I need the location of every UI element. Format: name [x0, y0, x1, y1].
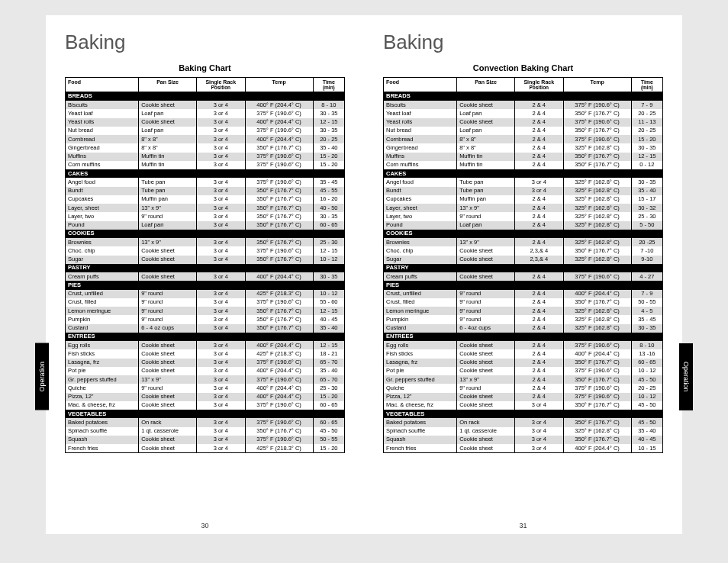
- cell-time: 4 - 5: [631, 307, 662, 315]
- cell-rack: 2 & 4: [515, 221, 564, 230]
- cell-time: 30 - 35: [313, 212, 344, 220]
- cell-food: Layer, two: [66, 212, 139, 220]
- table-row: Brownies13" x 9"2 & 4325° F (162.8° C)20…: [384, 238, 663, 246]
- category-label: ENTREES: [66, 333, 345, 341]
- cell-food: French fries: [384, 444, 457, 453]
- cell-temp: 350° F (176.7° C): [245, 195, 313, 204]
- cell-food: Baked potatoes: [384, 418, 457, 426]
- cell-rack: 3 or 4: [197, 204, 246, 212]
- cell-food: Gingerbread: [384, 143, 457, 152]
- cell-pan: 9" round: [457, 298, 515, 307]
- cell-food: Pizza, 12": [384, 393, 457, 401]
- cell-food: Gingerbread: [66, 143, 139, 152]
- col-temp: Temp: [563, 78, 631, 92]
- cell-pan: Cookie sheet: [457, 118, 515, 127]
- cell-food: Muffins: [384, 153, 457, 161]
- cell-time: 25 - 30: [313, 238, 344, 246]
- table-row: PoundLoaf pan3 or 4350° F (176.7° C)60 -…: [66, 221, 345, 230]
- cell-time: 7 -10: [631, 246, 662, 255]
- cell-pan: Cookie sheet: [139, 401, 197, 410]
- table-row: Fish sticksCookie sheet2 & 4400° F (204.…: [384, 349, 663, 358]
- cell-time: 65 - 70: [313, 375, 344, 384]
- cell-time: 15 - 20: [313, 153, 344, 161]
- cell-time: 60 - 65: [631, 359, 662, 367]
- cell-pan: Loaf pan: [139, 127, 197, 135]
- cell-pan: Cookie sheet: [457, 393, 515, 401]
- cell-time: 10 - 12: [313, 256, 344, 264]
- cell-pan: Muffin tin: [457, 153, 515, 161]
- cell-food: Quiche: [384, 384, 457, 392]
- cell-temp: 350° F (176.7° C): [245, 238, 313, 246]
- cell-food: Spinach soufflé: [66, 427, 139, 436]
- cell-temp: 325° F (162.8° C): [563, 187, 631, 195]
- cell-food: Angel food: [66, 178, 139, 186]
- cell-food: Crust, unfilled: [66, 290, 139, 298]
- cell-pan: 9" round: [139, 384, 197, 392]
- table-row: PoundLoaf pan2 & 4325° F (162.8° C)5 - 5…: [384, 221, 663, 230]
- cell-food: Mac. & cheese, frz: [66, 401, 139, 410]
- cell-time: 10 - 12: [631, 393, 662, 401]
- convection-chart-table: Food Pan Size Single RackPosition Temp T…: [383, 77, 663, 453]
- table-row: French friesCookie sheet3 or 4425° F (21…: [66, 444, 345, 453]
- category-row: CAKES: [384, 169, 663, 178]
- cell-food: Layer, two: [384, 212, 457, 220]
- cell-time: 9-10: [631, 256, 662, 264]
- cell-temp: 400° F (204.4° C): [245, 101, 313, 109]
- cell-time: 20 - 25: [631, 127, 662, 135]
- cell-time: 10 - 15: [631, 444, 662, 453]
- cell-time: 7 - 9: [631, 290, 662, 298]
- cell-pan: Muffin tin: [457, 161, 515, 169]
- category-row: BREADS: [66, 92, 345, 101]
- cell-food: Crust, filled: [384, 298, 457, 307]
- table-row: Custard6 - 4oz cups2 & 4325° F (162.8° C…: [384, 324, 663, 333]
- cell-rack: 2 & 4: [515, 238, 564, 246]
- cell-temp: 350° F (176.7° C): [245, 427, 313, 436]
- cell-time: 15 - 20: [631, 135, 662, 143]
- cell-pan: 9" round: [139, 307, 197, 315]
- cell-food: Cornbread: [384, 135, 457, 143]
- cell-pan: 9" round: [139, 315, 197, 323]
- cell-pan: Tube pan: [139, 187, 197, 195]
- cell-food: Biscuits: [384, 101, 457, 109]
- cell-time: 20 - 25: [631, 384, 662, 392]
- cell-food: Pound: [384, 221, 457, 230]
- col-pan: Pan Size: [139, 78, 197, 92]
- cell-rack: 2 & 4: [515, 161, 564, 169]
- cell-food: Brownies: [66, 238, 139, 246]
- table-row: Yeast rollsCookie sheet3 or 4400° F (204…: [66, 118, 345, 127]
- cell-food: Custard: [384, 324, 457, 333]
- table-row: Nut breadLoaf pan2 & 4350° F (176.7° C)2…: [384, 127, 663, 135]
- category-label: COOKIES: [66, 230, 345, 238]
- cell-pan: Cookie sheet: [457, 444, 515, 453]
- cell-pan: Muffin tin: [139, 153, 197, 161]
- table-row: Fish sticksCookie sheet3 or 4425° F (218…: [66, 349, 345, 358]
- cell-food: Cream puffs: [384, 272, 457, 281]
- cell-rack: 3 or 4: [197, 324, 246, 333]
- table-row: Pumpkin9" round3 or 4350° F (176.7° C)40…: [66, 315, 345, 323]
- cell-time: 8 - 10: [313, 101, 344, 109]
- cell-food: Layer, sheet: [66, 204, 139, 212]
- table-row: MuffinsMuffin tin3 or 4375° F (190.6° C)…: [66, 153, 345, 161]
- cell-rack: 3 or 4: [197, 127, 246, 135]
- cell-food: Biscuits: [66, 101, 139, 109]
- page-left: Baking Baking Chart Food Pan Size Single…: [46, 15, 364, 534]
- cell-pan: Cookie sheet: [457, 436, 515, 444]
- category-label: PASTRY: [384, 264, 663, 272]
- cell-temp: 325° F (162.8° C): [563, 238, 631, 246]
- table-row: Layer, two9" round3 or 4350° F (176.7° C…: [66, 212, 345, 220]
- cell-time: 10 - 12: [631, 367, 662, 375]
- table-row: Lemon meringue9" round2 & 4325° F (162.8…: [384, 307, 663, 315]
- cell-temp: 375° F (190.6° C): [245, 401, 313, 410]
- cell-rack: 2 & 4: [515, 143, 564, 152]
- cell-rack: 3 or 4: [197, 195, 246, 204]
- cell-rack: 2 & 4: [515, 384, 564, 392]
- cell-rack: 3 or 4: [197, 436, 246, 444]
- cell-rack: 2 & 4: [515, 290, 564, 298]
- cell-rack: 2 & 4: [515, 324, 564, 333]
- cell-pan: 9" round: [457, 384, 515, 392]
- chart-title-right: Convection Baking Chart: [383, 63, 663, 72]
- cell-temp: 425° F (218.3° C): [245, 349, 313, 358]
- cell-rack: 2 & 4: [515, 349, 564, 358]
- cell-temp: 375° F (190.6° C): [245, 153, 313, 161]
- table-row: Choc. chipCookie sheet3 or 4375° F (190.…: [66, 246, 345, 255]
